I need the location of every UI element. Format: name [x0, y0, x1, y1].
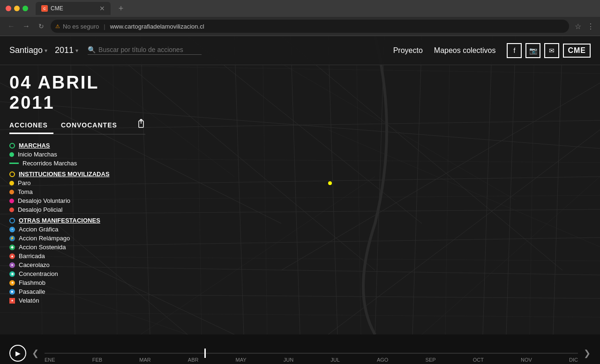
city-selector[interactable]: Santiago ▾ [9, 45, 47, 55]
proyecto-link[interactable]: Proyecto [393, 46, 423, 55]
toma-label: Toma [18, 188, 33, 195]
mapeos-link[interactable]: Mapeos colectivos [434, 46, 496, 55]
nav-right: Proyecto Mapeos colectivos f 📷 ✉ CME [393, 43, 591, 58]
close-button[interactable] [6, 6, 11, 11]
left-panel: 04 ABRIL 2011 ACCIONES CONVOCANTES MARCH… [0, 65, 155, 334]
legend-marchas-title[interactable]: MARCHAS [9, 142, 145, 149]
play-button[interactable]: ▶ [9, 345, 26, 362]
legend-concentracion[interactable]: ◉ Concentracion [9, 270, 145, 277]
month-sep: SEP [426, 357, 436, 363]
otras-title-text: OTRAS MANIFESTACIONES [19, 217, 100, 224]
barricada-icon: ▲ [9, 253, 15, 259]
desalojo-voluntario-dot [9, 199, 14, 203]
search-input[interactable] [98, 46, 202, 53]
security-label: No es seguro [63, 23, 99, 30]
map-dot [328, 181, 332, 185]
bookmark-button[interactable]: ☆ [575, 22, 581, 31]
legend-desalojo-voluntario[interactable]: Desalojo Voluntario [9, 197, 145, 204]
paro-label: Paro [18, 179, 30, 186]
legend-otras-title[interactable]: OTRAS MANIFESTACIONES [9, 217, 145, 224]
tab-acciones[interactable]: ACCIONES [9, 119, 53, 134]
browser-tab[interactable]: C CME ✕ [36, 2, 111, 15]
timeline: ▶ ❮ ENE FEB MAR ABR MAY JUN JUL AGO SEP … [0, 334, 600, 364]
city-dropdown-arrow: ▾ [45, 47, 47, 54]
timeline-start-arrow[interactable]: ❮ [32, 348, 39, 358]
share-button[interactable] [137, 119, 145, 134]
back-button[interactable]: ← [6, 21, 17, 32]
accion-grafica-icon: + [9, 227, 15, 232]
barricada-label: Barricada [19, 253, 45, 260]
month-dic: DIC [569, 357, 578, 363]
marchas-ring-icon [9, 143, 15, 149]
month-mar: MAR [139, 357, 150, 363]
address-separator: | [104, 23, 105, 30]
maximize-button[interactable] [22, 6, 28, 11]
instagram-icon[interactable]: 📷 [525, 43, 540, 58]
timeline-forward-arrow[interactable]: ❯ [584, 348, 591, 358]
month-may: MAY [236, 357, 247, 363]
desalojo-policial-label: Desalojo Policial [18, 206, 62, 213]
paro-dot [9, 181, 14, 186]
otras-ring-icon [9, 218, 15, 223]
refresh-button[interactable]: ↻ [36, 21, 47, 32]
menu-button[interactable]: ⋮ [587, 22, 594, 31]
legend-barricada[interactable]: ▲ Barricada [9, 253, 145, 260]
legend-inicio-marchas[interactable]: Inicio Marchas [9, 151, 145, 158]
concentracion-icon: ◉ [9, 271, 15, 277]
instituciones-title-text: INSTITUCIONES MOVILIZADAS [19, 171, 110, 178]
recorridos-label: Recorridos Marchas [22, 160, 77, 167]
legend-cacerolazo[interactable]: ● Cacerolazo [9, 261, 145, 268]
instituciones-ring-icon [9, 171, 15, 177]
legend-accion-relampago[interactable]: ⚡ Accion Relámpago [9, 235, 145, 242]
flashmob-icon: ★ [9, 280, 15, 286]
legend-paro[interactable]: Paro [9, 179, 145, 186]
legend-accion-grafica[interactable]: + Accion Gráfica [9, 226, 145, 233]
tab-close-button[interactable]: ✕ [99, 5, 105, 12]
new-tab-button[interactable]: + [114, 2, 128, 15]
timeline-position-marker [204, 349, 206, 358]
security-icon: ⚠ [55, 23, 60, 30]
month-feb: FEB [92, 357, 102, 363]
timeline-line [45, 353, 578, 354]
browser-chrome: C CME ✕ + ← → ↻ ⚠ No es seguro | www.car… [0, 0, 600, 36]
year-selector[interactable]: 2011 ▾ [55, 45, 78, 55]
cme-logo[interactable]: CME [563, 44, 591, 58]
legend-pasacalle[interactable]: ■ Pasacalle [9, 288, 145, 295]
forward-button[interactable]: → [21, 21, 32, 32]
month-ago: AGO [377, 357, 388, 363]
search-container: 🔍 [88, 46, 202, 55]
traffic-lights [6, 6, 28, 11]
legend-velaton[interactable]: ♦ Velatón [9, 297, 145, 304]
velaton-label: Velatón [19, 297, 39, 304]
month-jul: JUL [330, 357, 340, 363]
accion-sostenida-label: Accion Sostenida [19, 244, 66, 251]
accion-relampago-icon: ⚡ [9, 236, 15, 241]
facebook-icon[interactable]: f [507, 43, 522, 58]
inicio-marchas-label: Inicio Marchas [18, 151, 57, 158]
velaton-icon: ♦ [9, 298, 15, 304]
flashmob-label: Flashmob [19, 279, 45, 286]
pasacalle-label: Pasacalle [19, 288, 45, 295]
month-oct: OCT [473, 357, 484, 363]
browser-toolbar: ← → ↻ ⚠ No es seguro | www.cartografiade… [0, 17, 600, 36]
timeline-track[interactable]: ENE FEB MAR ABR MAY JUN JUL AGO SEP OCT … [45, 344, 578, 363]
tab-favicon: C [41, 5, 48, 12]
address-text: www.cartografiadelamovilizacion.cl [110, 23, 204, 30]
legend-toma[interactable]: Toma [9, 188, 145, 195]
legend-recorridos-marchas[interactable]: Recorridos Marchas [9, 160, 145, 167]
toma-dot [9, 190, 14, 194]
email-icon[interactable]: ✉ [544, 43, 559, 58]
legend-instituciones-title[interactable]: INSTITUCIONES MOVILIZADAS [9, 171, 145, 178]
social-icons: f 📷 ✉ CME [507, 43, 591, 58]
legend-instituciones: INSTITUCIONES MOVILIZADAS Paro Toma Desa… [9, 171, 145, 213]
minimize-button[interactable] [14, 6, 20, 11]
legend-desalojo-policial[interactable]: Desalojo Policial [9, 206, 145, 213]
address-bar[interactable]: ⚠ No es seguro | www.cartografiadelamovi… [51, 20, 569, 33]
tab-convocantes[interactable]: CONVOCANTES [61, 119, 123, 134]
year-dropdown-arrow: ▾ [75, 47, 78, 54]
tabs-row: ACCIONES CONVOCANTES [9, 119, 145, 134]
cacerolazo-label: Cacerolazo [19, 261, 50, 268]
timeline-months: ENE FEB MAR ABR MAY JUN JUL AGO SEP OCT … [45, 357, 578, 363]
legend-flashmob[interactable]: ★ Flashmob [9, 279, 145, 286]
legend-accion-sostenida[interactable]: ◆ Accion Sostenida [9, 244, 145, 251]
